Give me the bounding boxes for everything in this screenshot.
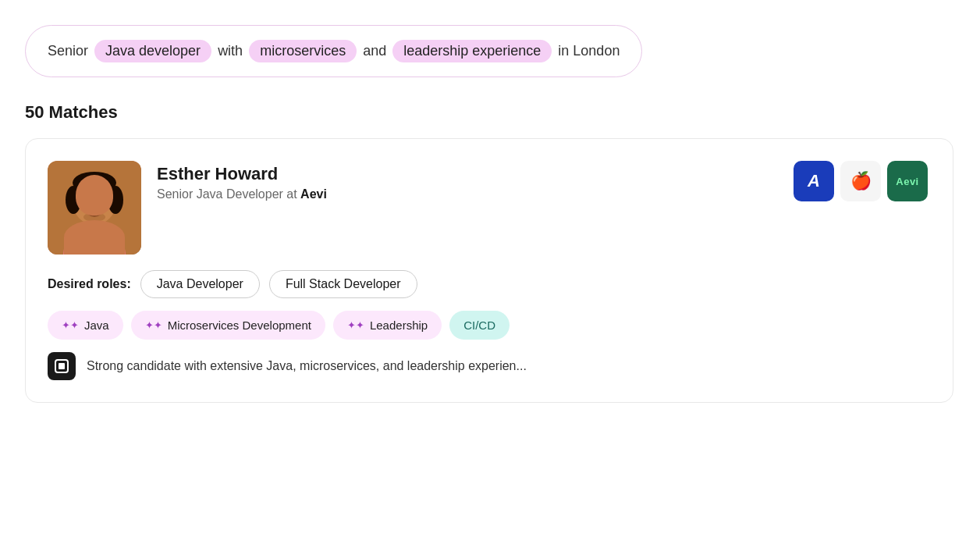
svg-point-7 [101,197,107,204]
search-bar[interactable]: Senior Java developer with microservices… [25,25,642,77]
svg-rect-1 [83,219,105,236]
desired-roles-label: Desired roles: [48,277,131,291]
company-logos: A 🍎 Aevi [794,161,928,201]
title-prefix: Senior Java Developer at [157,187,297,201]
ai-icon [48,352,76,380]
svg-point-6 [82,197,88,204]
svg-point-11 [83,212,105,222]
skill-tag-leadership[interactable]: ✦✦ Leadership [333,311,442,340]
title-company: Aevi [300,187,327,201]
candidate-card: Esther Howard Senior Java Developer at A… [25,138,953,403]
search-text-and: and [363,43,386,59]
skills-row: ✦✦ Java ✦✦ Microservices Development ✦✦ … [48,311,928,340]
avatar-image [48,161,141,255]
svg-point-8 [84,199,88,203]
company-logo-aevi: Aevi [887,161,928,201]
search-highlight-microservices: microservices [249,40,357,62]
search-text-senior: Senior [48,43,88,59]
ai-summary-row: Strong candidate with extensive Java, mi… [48,352,928,380]
svg-point-4 [66,186,81,214]
card-left: Esther Howard Senior Java Developer at A… [48,161,327,255]
skill-label-leadership: Leadership [370,319,428,332]
skill-tag-microservices[interactable]: ✦✦ Microservices Development [131,311,325,340]
skill-tag-cicd[interactable]: CI/CD [449,311,510,340]
search-highlight-leadership: leadership experience [392,40,552,62]
svg-point-5 [108,186,123,214]
desired-roles-row: Desired roles: Java Developer Full Stack… [48,270,928,298]
skill-label-java: Java [84,319,109,332]
svg-point-3 [73,172,116,194]
svg-point-10 [92,205,97,211]
company-logo-apple: 🍎 [840,161,881,201]
ai-summary-text: Strong candidate with extensive Java, mi… [87,352,527,376]
candidate-info: Esther Howard Senior Java Developer at A… [157,161,327,201]
svg-rect-0 [48,161,141,255]
ai-icon-svg [53,358,70,375]
card-top: Esther Howard Senior Java Developer at A… [48,161,928,255]
search-text-london: in London [558,43,620,59]
role-tag-full-stack[interactable]: Full Stack Developer [269,270,417,298]
sparkle-icon-java: ✦✦ [62,319,79,331]
role-tag-java-developer[interactable]: Java Developer [140,270,260,298]
svg-rect-13 [59,363,65,369]
skill-label-cicd: CI/CD [463,319,495,332]
candidate-name: Esther Howard [157,164,327,184]
company-logo-adobe: A [794,161,834,201]
sparkle-icon-leadership: ✦✦ [347,319,364,331]
search-text-with: with [218,43,243,59]
avatar [48,161,141,255]
skill-tag-java[interactable]: ✦✦ Java [48,311,123,340]
sparkle-icon-micro: ✦✦ [145,319,162,331]
candidate-title: Senior Java Developer at Aevi [157,187,327,201]
svg-point-9 [103,199,107,203]
skill-label-microservices: Microservices Development [168,319,311,332]
results-count: 50 Matches [25,102,955,123]
search-highlight-java: Java developer [94,40,211,62]
